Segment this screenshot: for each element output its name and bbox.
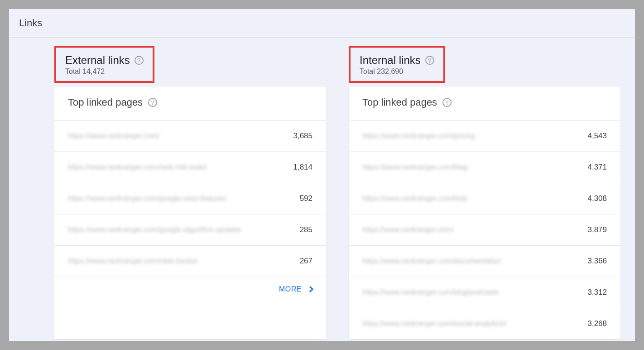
help-icon[interactable]: ? [148, 98, 157, 107]
internal-section-header: Internal links ? Total 232,690 [349, 46, 445, 83]
table-row[interactable]: https://www.rankranger.com/social-analyt… [349, 308, 620, 339]
external-title: External links [65, 54, 130, 67]
chevron-right-icon [307, 286, 313, 292]
external-column: External links ? Total 14,472 Top linked… [54, 46, 326, 339]
internal-card-header: Top linked pages ? [349, 87, 620, 120]
row-url: https://www.rankranger.com/pricing [362, 131, 587, 141]
table-row[interactable]: https://www.rankranger.com/rank-tracker … [54, 245, 326, 277]
help-icon[interactable]: ? [135, 56, 144, 65]
row-url: https://www.rankranger.com/ [68, 131, 293, 141]
more-button[interactable]: MORE [54, 277, 326, 301]
help-icon[interactable]: ? [425, 56, 434, 65]
table-row[interactable]: https://www.rankranger.com/google-algori… [54, 214, 326, 245]
table-row[interactable]: https://www.rankranger.com/help 4,308 [349, 183, 620, 214]
internal-card-title: Top linked pages [362, 97, 437, 108]
table-row[interactable]: https://www.rankranger.com/pricing 4,543 [349, 120, 620, 151]
row-count: 3,312 [587, 288, 607, 297]
row-count: 3,366 [587, 257, 607, 266]
more-label: MORE [279, 285, 302, 293]
row-url: https://www.rankranger.com/documentation [362, 256, 587, 267]
table-row[interactable]: https://www.rankranger.com/rank-risk-ind… [54, 151, 326, 183]
help-icon[interactable]: ? [442, 98, 452, 107]
external-card-title: Top linked pages [68, 97, 143, 108]
page-header: Links [9, 9, 635, 38]
row-count: 592 [300, 194, 312, 203]
external-title-row: External links ? [65, 54, 144, 67]
row-url: https://www.rankranger.com/ [362, 224, 587, 235]
row-count: 3,268 [587, 319, 607, 328]
row-url: https://www.rankranger.com/help [362, 193, 587, 204]
table-row[interactable]: https://www.rankranger.com/blog/podcasts… [349, 277, 620, 308]
content-area: External links ? Total 14,472 Top linked… [9, 38, 635, 339]
external-section-header: External links ? Total 14,472 [54, 46, 154, 83]
row-count: 285 [300, 225, 312, 234]
row-count: 4,308 [587, 194, 607, 203]
internal-column: Internal links ? Total 232,690 Top linke… [349, 46, 620, 339]
row-url: https://www.rankranger.com/blog/podcasts [362, 287, 587, 298]
internal-title-row: Internal links ? [360, 54, 434, 67]
internal-card: Top linked pages ? https://www.rankrange… [349, 87, 620, 339]
table-row[interactable]: https://www.rankranger.com/documentation… [349, 245, 620, 277]
row-url: https://www.rankranger.com/google-serp-f… [68, 193, 300, 204]
table-row[interactable]: https://www.rankranger.com/google-serp-f… [54, 183, 326, 214]
row-url: https://www.rankranger.com/google-algori… [68, 224, 300, 235]
internal-title: Internal links [360, 54, 421, 67]
external-card: Top linked pages ? https://www.rankrange… [54, 87, 326, 339]
table-row[interactable]: https://www.rankranger.com/blog 4,371 [349, 151, 620, 183]
internal-subtitle: Total 232,690 [360, 68, 434, 76]
row-count: 267 [300, 257, 312, 266]
external-card-header: Top linked pages ? [54, 87, 326, 120]
row-count: 4,371 [587, 163, 607, 172]
page-title: Links [19, 17, 625, 29]
row-count: 1,814 [293, 163, 312, 172]
row-count: 4,543 [587, 131, 607, 141]
row-url: https://www.rankranger.com/rank-tracker [68, 256, 300, 267]
row-url: https://www.rankranger.com/social-analyt… [362, 318, 587, 329]
row-count: 3,879 [587, 225, 607, 234]
page-container: Links External links ? Total 14,472 Top … [9, 9, 635, 341]
row-url: https://www.rankranger.com/blog [362, 162, 587, 173]
external-subtitle: Total 14,472 [65, 68, 144, 76]
row-url: https://www.rankranger.com/rank-risk-ind… [68, 162, 293, 173]
table-row[interactable]: https://www.rankranger.com/ 3,879 [349, 214, 620, 245]
table-row[interactable]: https://www.rankranger.com/ 3,685 [54, 120, 326, 151]
row-count: 3,685 [293, 131, 312, 141]
